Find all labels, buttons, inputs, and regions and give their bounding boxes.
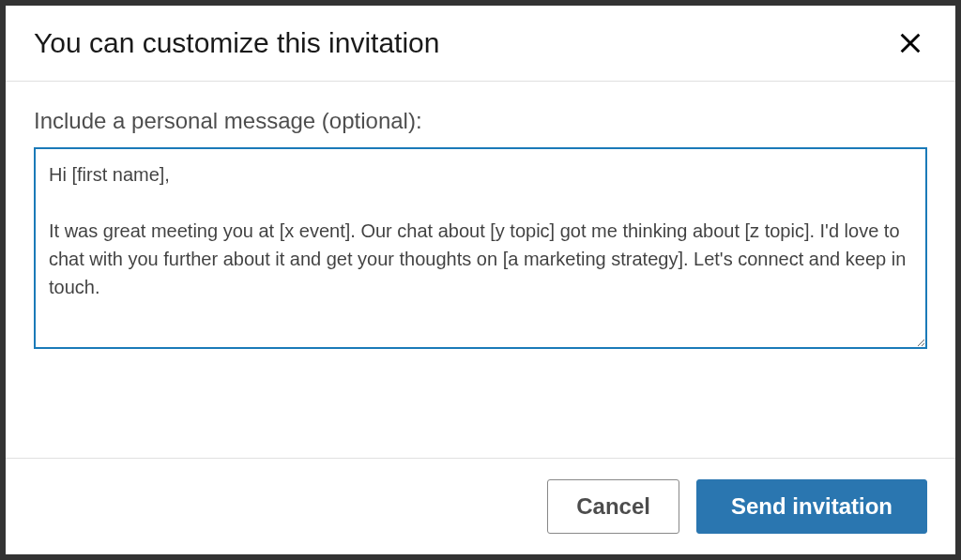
- personal-message-input[interactable]: [34, 147, 927, 349]
- message-field-label: Include a personal message (optional):: [34, 108, 927, 134]
- send-invitation-button[interactable]: Send invitation: [696, 479, 927, 534]
- modal-header: You can customize this invitation: [6, 6, 955, 82]
- modal-body: Include a personal message (optional):: [6, 82, 955, 458]
- modal-footer: Cancel Send invitation: [6, 458, 955, 554]
- close-icon: [897, 30, 923, 56]
- close-button[interactable]: [893, 26, 927, 60]
- customize-invitation-modal: You can customize this invitation Includ…: [6, 6, 955, 554]
- modal-title: You can customize this invitation: [34, 27, 439, 59]
- modal-overlay: You can customize this invitation Includ…: [0, 0, 961, 560]
- cancel-button[interactable]: Cancel: [547, 479, 679, 534]
